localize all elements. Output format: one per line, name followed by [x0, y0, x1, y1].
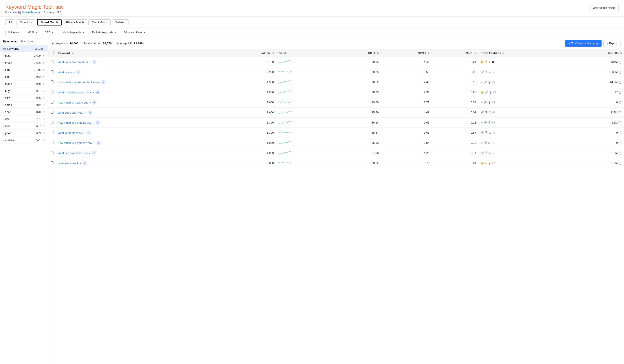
dropdown-arrow-icon[interactable]: ▾: [80, 162, 81, 165]
add-keyword-button[interactable]: +: [92, 60, 97, 64]
row-checkbox[interactable]: [51, 111, 53, 114]
eye-icon[interactable]: 👁: [42, 75, 45, 78]
dropdown-arrow-icon[interactable]: ▾: [89, 61, 90, 64]
row-checkbox[interactable]: [51, 91, 53, 94]
keyword-link[interactable]: what does suv stand for: [58, 60, 88, 64]
row-checkbox-cell: [48, 97, 56, 107]
eye-icon[interactable]: 👁: [42, 61, 45, 64]
row-checkbox[interactable]: [51, 121, 53, 124]
add-keyword-button[interactable]: +: [88, 110, 92, 115]
row-checkbox-cell: [48, 67, 56, 77]
dropdown-arrow-icon[interactable]: ▾: [73, 71, 74, 74]
add-keyword-button[interactable]: +: [96, 121, 100, 125]
select-all-checkbox[interactable]: [51, 51, 53, 54]
eye-icon[interactable]: 👁: [42, 111, 45, 114]
row-checkbox[interactable]: [51, 141, 53, 144]
eye-icon[interactable]: 👁: [42, 90, 45, 93]
sidebar-item-row[interactable]: › row 637 👁: [0, 123, 48, 130]
add-keyword-button[interactable]: +: [87, 131, 91, 135]
eye-icon[interactable]: 👁: [42, 118, 45, 121]
sort-by-number[interactable]: By number: [3, 40, 17, 45]
sidebar-item-car[interactable]: › car 1,052 👁: [0, 73, 48, 80]
row-checkbox[interactable]: [51, 131, 53, 134]
keyword-manager-button[interactable]: + To Keyword Manager: [565, 40, 602, 47]
row-checkbox[interactable]: [51, 60, 53, 63]
table-row: what does suv stand for ▾ + 8,100 80.32 …: [48, 57, 624, 67]
dropdown-arrow-icon[interactable]: ▾: [94, 142, 95, 145]
sidebar-item-all-keywords[interactable]: All keywords 24,005: [0, 45, 48, 52]
keyword-link[interactable]: how much is a bentley suv: [58, 121, 91, 124]
row-checkbox[interactable]: [51, 151, 53, 154]
keyword-link[interactable]: what is suv: [58, 71, 72, 74]
filter-volume[interactable]: Volume ▼: [5, 30, 23, 35]
row-checkbox[interactable]: [51, 70, 53, 73]
add-keyword-button[interactable]: +: [96, 141, 101, 145]
sidebar-item-make[interactable]: › make 968 👁: [0, 80, 48, 88]
sidebar-item-size[interactable]: › size 925 👁: [0, 95, 48, 101]
dropdown-arrow-icon[interactable]: ▾: [85, 112, 86, 114]
filter-cpc[interactable]: CPC ▼: [42, 30, 56, 35]
tab-all[interactable]: All: [5, 19, 15, 25]
row-cpc: 2.91: [381, 87, 432, 97]
sidebar-item-midsize[interactable]: › midsize 571 👁: [0, 137, 48, 144]
add-keyword-button[interactable]: +: [92, 100, 97, 105]
add-keyword-button[interactable]: +: [96, 90, 100, 95]
keyword-link[interactable]: what is the best suv to buy: [58, 91, 92, 94]
eye-icon[interactable]: 👁: [42, 103, 45, 107]
row-checkbox[interactable]: [51, 80, 53, 83]
eye-icon[interactable]: 👁: [42, 54, 45, 57]
dropdown-arrow-icon[interactable]: ▾: [89, 152, 90, 154]
keyword-link[interactable]: what is a crossover suv: [58, 151, 88, 155]
eye-icon[interactable]: 👁: [42, 68, 45, 72]
eye-icon[interactable]: 👁: [42, 132, 45, 135]
dropdown-arrow-icon[interactable]: ▾: [93, 122, 94, 124]
sidebar-item-best[interactable]: › best 2,699 👁: [0, 52, 48, 59]
tab-questions[interactable]: Questions: [16, 19, 36, 25]
sort-by-volume[interactable]: By volume: [21, 40, 33, 45]
sidebar-label: buy: [5, 89, 36, 93]
dropdown-arrow-icon[interactable]: ▾: [98, 81, 99, 84]
tab-broad-match[interactable]: Broad Match: [37, 19, 62, 25]
filter-kd[interactable]: KD % ▼: [25, 30, 40, 35]
filter-include-keywords[interactable]: Include keywords ▼: [58, 30, 87, 35]
add-keyword-button[interactable]: +: [101, 80, 105, 84]
sidebar-item-seat[interactable]: › seat 878 👁: [0, 109, 48, 116]
filter-advanced[interactable]: Advanced filters ▼: [121, 30, 148, 35]
sidebar-item-small[interactable]: › small 912 👁: [0, 101, 48, 109]
row-cpc: 2.54: [381, 138, 432, 148]
eye-icon[interactable]: 👁: [42, 97, 45, 99]
sidebar-item-use[interactable]: › use 701 👁: [0, 116, 48, 123]
add-keyword-button[interactable]: +: [92, 151, 96, 155]
sidebar-item-buy[interactable]: › buy 967 👁: [0, 88, 48, 95]
dropdown-arrow-icon[interactable]: ▾: [93, 92, 94, 94]
view-history-button[interactable]: View search history: [589, 5, 619, 11]
tab-phrase-match[interactable]: Phrase Match: [63, 19, 87, 25]
filter-exclude-keywords[interactable]: Exclude keywords ▼: [89, 30, 119, 35]
export-button[interactable]: ↑ Export: [603, 40, 621, 47]
dropdown-arrow-icon[interactable]: ▾: [90, 101, 91, 104]
chevron-icon: ›: [3, 83, 4, 85]
eye-icon[interactable]: 👁: [42, 82, 45, 86]
keyword-link[interactable]: how much is a tesla suv: [58, 101, 88, 104]
keyword-link[interactable]: how much is a lamborghini suv: [58, 81, 97, 84]
eye-icon[interactable]: 👁: [42, 125, 45, 128]
database-link[interactable]: United States: [22, 11, 38, 14]
eye-icon[interactable]: 👁: [42, 139, 45, 142]
add-keyword-button[interactable]: +: [76, 70, 80, 74]
col-results: Results ⇅: [567, 49, 624, 57]
keyword-link[interactable]: what is the best suv: [58, 131, 83, 135]
row-checkbox[interactable]: [51, 101, 53, 103]
sidebar-item-good[interactable]: › good 609 👁: [0, 130, 48, 137]
dropdown-arrow-icon[interactable]: ▾: [84, 132, 85, 134]
sidebar-item-can[interactable]: › can 1,455 👁: [0, 66, 48, 73]
tab-exact-match[interactable]: Exact Match: [88, 19, 111, 25]
add-keyword-button[interactable]: +: [82, 161, 87, 165]
sidebar: By number By volume All keywords 24,005 …: [0, 38, 48, 364]
keyword-link[interactable]: is an suv a truck: [58, 162, 78, 165]
keyword-link[interactable]: how much is a porsche suv: [58, 141, 92, 145]
row-checkbox[interactable]: [51, 161, 53, 164]
stat-all-keywords: All keywords: 24,005: [52, 42, 78, 45]
keyword-link[interactable]: what does suv mean: [58, 111, 84, 114]
tab-related[interactable]: Related: [112, 19, 129, 25]
sidebar-item-much[interactable]: › much 1,636 👁: [0, 59, 48, 66]
